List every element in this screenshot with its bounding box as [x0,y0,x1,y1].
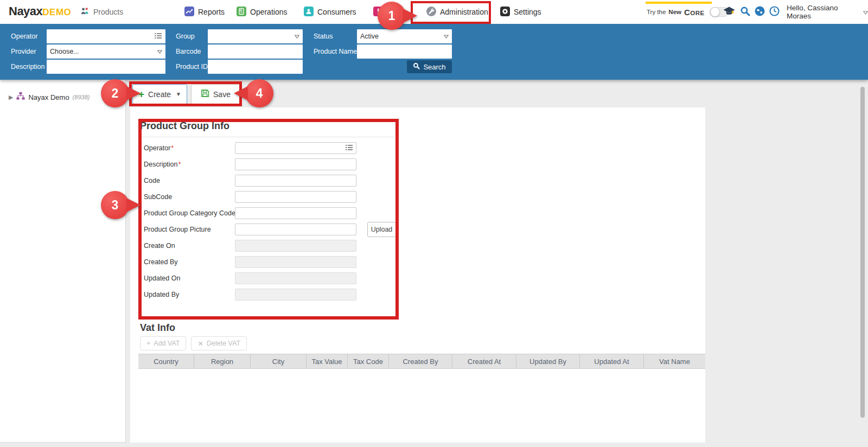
save-button[interactable]: Save [191,84,240,104]
x-icon: ✕ [197,340,203,348]
create-button[interactable]: + Create ▼ [132,84,187,104]
vat-info-title: Vat Info [140,322,175,334]
barcode-filter-label: Barcode [176,44,201,59]
step-number: 4 [256,86,263,101]
menu-label: Operations [250,8,287,16]
menu-item-reports[interactable]: Reports [184,0,225,24]
upload-button[interactable]: Upload [367,222,396,237]
menu-item-consumers[interactable]: Consumers [304,0,356,24]
subcode-input[interactable] [235,191,356,203]
provider-filter-dropdown[interactable]: Choose... [47,44,165,59]
user-menu[interactable]: Hello, Cassiano Moraes [787,0,868,24]
brand-demo-text: DEMO [42,7,71,17]
top-navigation-bar: NayaxDEMO Products Reports Operations Co… [0,0,868,24]
updated-by-field-label: Updated By [144,291,179,298]
globe-icon[interactable] [755,6,765,18]
core-promo-emphasis: New [668,9,681,15]
form-row-category-code: Product Group Category Code [130,207,532,220]
barcode-filter-input[interactable] [211,48,299,55]
column-header-created-by[interactable]: Created By [389,354,452,368]
product-filter-bar: Operator Group Status Active Provider Ch… [0,24,868,80]
menu-item-settings[interactable]: Settings [500,0,541,24]
clock-icon[interactable] [769,6,780,18]
menu-item-products[interactable]: Products [80,0,123,24]
menu-label: Products [93,8,123,16]
menu-item-administration[interactable]: Administration [426,0,488,24]
academy-graduation-cap-icon[interactable] [723,6,736,18]
product-name-filter-field[interactable] [357,44,452,59]
settings-icon [500,7,510,18]
vertical-scrollbar[interactable] [860,87,865,418]
column-header-updated-at[interactable]: Updated At [580,354,644,368]
updated-by-input [235,289,356,301]
administration-icon [426,7,436,18]
form-row-operator: Operator* [130,142,532,155]
vat-table: Country Region City Tax Value Tax Code C… [138,354,705,437]
product-id-filter-input[interactable] [211,63,299,71]
greeting-text: Hello, Cassiano Moraes [787,4,859,20]
chevron-down-icon [295,33,299,40]
updated-on-field-label: Updated On [144,274,180,282]
nayax-logo[interactable]: NayaxDEMO [9,4,71,18]
status-filter-dropdown[interactable]: Active [357,29,452,43]
delete-vat-button[interactable]: ✕ Delete VAT [191,336,247,350]
category-code-input[interactable] [235,207,356,219]
operator-filter-field[interactable] [47,29,165,43]
updated-on-input [235,272,356,284]
tree-expand-caret-icon[interactable]: ▶ [9,94,13,101]
form-row-subcode: SubCode [130,191,532,204]
chevron-down-icon [444,33,449,40]
column-header-created-at[interactable]: Created At [452,354,516,368]
operator-filter-input[interactable] [50,33,155,40]
description-filter-input[interactable] [50,63,162,71]
product-group-panel: Product Group Info Operator* Description… [130,107,705,443]
tree-item-label: Nayax Demo [28,93,69,101]
operator-tree-sidebar: ▶ Nayax Demo (8938) [0,80,126,443]
barcode-filter-field[interactable] [208,44,303,59]
lookup-list-icon[interactable] [155,33,162,41]
create-on-field-label: Create On [144,242,175,250]
consumers-icon [304,7,314,18]
column-header-city[interactable]: City [251,354,307,368]
chevron-down-icon[interactable]: ▼ [176,91,181,97]
column-header-country[interactable]: Country [138,354,194,368]
operator-field[interactable] [235,142,356,154]
column-header-tax-value[interactable]: Tax Value [307,354,348,368]
core-promo-prefix: Try the [647,9,666,15]
status-filter-label: Status [314,29,333,43]
column-header-vat-name[interactable]: Vat Name [644,354,705,368]
search-icon[interactable] [740,6,750,18]
status-filter-value: Active [360,33,444,40]
column-header-updated-by[interactable]: Updated By [516,354,580,368]
picture-input[interactable] [235,224,356,235]
step-number: 1 [388,9,395,23]
add-vat-button[interactable]: + Add VAT [140,336,186,350]
operations-icon [237,7,246,18]
product-id-filter-field[interactable] [208,60,303,74]
description-field-label: Description [144,161,178,168]
description-filter-field[interactable] [47,60,165,74]
delete-vat-label: Delete VAT [207,340,240,347]
column-header-region[interactable]: Region [194,354,251,368]
subcode-field-label: SubCode [144,193,172,201]
annotation-step-2-balloon: 2 [101,79,129,107]
tree-item-nayax-demo[interactable]: ▶ Nayax Demo (8938) [9,92,90,103]
create-on-input [235,240,356,252]
menu-item-operations[interactable]: Operations [237,0,287,24]
group-filter-dropdown[interactable] [208,29,303,43]
created-by-field-label: Created By [144,258,178,266]
code-input[interactable] [235,175,356,187]
chevron-down-icon [157,48,162,55]
description-input[interactable] [235,158,356,170]
reports-icon [184,7,194,18]
picture-field-label: Product Group Picture [144,226,211,233]
column-header-tax-code[interactable]: Tax Code [348,354,389,368]
product-id-filter-label: Product ID [176,60,208,74]
lookup-list-icon[interactable] [346,143,353,153]
product-name-filter-input[interactable] [360,48,449,55]
menu-label: Consumers [317,8,356,16]
search-button[interactable]: Search [407,60,452,73]
group-filter-label: Group [176,29,195,43]
operator-input[interactable] [238,144,346,152]
provider-filter-label: Provider [11,44,36,59]
